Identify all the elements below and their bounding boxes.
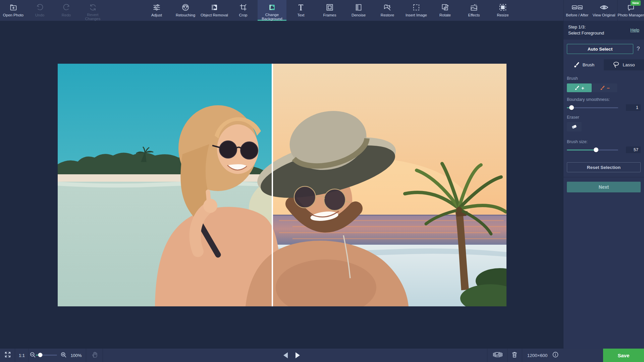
brush-section-label: Brush	[564, 76, 644, 81]
step-header: Step 1/3: Select Foreground Help	[564, 21, 644, 40]
restore-button[interactable]: Restore	[373, 0, 402, 21]
tool-label: Revert Changes	[79, 13, 106, 21]
brush-add-button[interactable]: +	[567, 83, 592, 92]
reset-selection-button[interactable]: Reset Selection	[567, 162, 641, 172]
filmstrip-icon	[493, 351, 503, 360]
brush-size-slider[interactable]	[567, 149, 618, 150]
tool-label: Redo	[62, 13, 71, 17]
tab-label: Lasso	[623, 62, 635, 67]
crop-button[interactable]: Crop	[229, 0, 258, 21]
undo-icon	[36, 3, 44, 12]
trash-icon	[511, 351, 518, 360]
brush-subtract-button[interactable]: −	[592, 83, 617, 92]
filmstrip-button[interactable]	[490, 349, 505, 362]
zoom-in-icon	[60, 352, 67, 359]
help-question-button[interactable]: ?	[637, 46, 640, 52]
actual-size-button[interactable]: 1:1	[16, 349, 28, 362]
auto-select-button[interactable]: Auto Select	[567, 44, 633, 54]
boundary-slider-knob[interactable]	[569, 105, 574, 110]
hand-icon	[91, 351, 98, 359]
boundary-smoothness-row: 1	[567, 104, 641, 111]
image-info-button[interactable]	[551, 349, 560, 362]
tool-label: Restore	[381, 13, 394, 17]
open-photo-icon	[9, 3, 18, 12]
insert-image-icon	[412, 3, 421, 12]
effects-button[interactable]: Effects	[460, 0, 488, 21]
zoom-slider-knob[interactable]	[38, 353, 42, 357]
open-photo-button[interactable]: Open Photo	[0, 0, 26, 21]
object-removal-button[interactable]: Object Removal	[200, 0, 229, 21]
tool-label: Change Background	[258, 13, 286, 21]
tool-label: Frames	[323, 13, 336, 17]
brush-size-value[interactable]: 57	[626, 146, 641, 153]
redo-button[interactable]: Redo	[53, 0, 79, 21]
retouching-button[interactable]: Retouching	[171, 0, 200, 21]
brush-size-label: Brush size:	[564, 139, 644, 144]
frames-icon	[325, 3, 334, 12]
revert-changes-icon	[89, 3, 97, 12]
status-bar: 1:1 100%	[0, 349, 644, 362]
next-button[interactable]: Next	[567, 182, 641, 192]
before-after-button[interactable]: Before / After	[564, 0, 591, 21]
photo-manager-button[interactable]: New Photo Manager	[617, 0, 644, 21]
tool-label: Denoise	[352, 13, 366, 17]
hand-tool-button[interactable]	[88, 349, 101, 362]
adjust-icon	[152, 3, 161, 12]
zoom-slider[interactable]	[36, 355, 57, 356]
insert-image-button[interactable]: Insert Image	[402, 0, 431, 21]
toolbar-file-group: Open Photo Undo Redo Revert Chang	[0, 0, 106, 21]
next-photo-button[interactable]	[293, 349, 302, 362]
boundary-smoothness-label: Boundary smoothness:	[564, 97, 644, 102]
boundary-smoothness-slider[interactable]	[567, 107, 618, 108]
brush-size-knob[interactable]	[594, 147, 598, 152]
effects-icon	[470, 3, 478, 12]
view-original-button[interactable]: View Original	[591, 0, 618, 21]
restore-icon	[383, 3, 392, 12]
rotate-button[interactable]: Rotate	[431, 0, 460, 21]
brush-mode-buttons: + −	[567, 83, 641, 92]
eraser-label: Eraser	[564, 115, 644, 120]
previous-photo-button[interactable]	[281, 349, 290, 362]
change-background-icon	[268, 3, 276, 12]
resize-icon	[498, 3, 507, 12]
help-link[interactable]: Help	[630, 27, 639, 33]
tool-label: Effects	[468, 13, 480, 17]
top-toolbar: Open Photo Undo Redo Revert Chang	[0, 0, 644, 21]
delete-photo-button[interactable]	[508, 349, 521, 362]
info-icon	[552, 351, 559, 359]
frames-button[interactable]: Frames	[315, 0, 344, 21]
tool-label: Resize	[497, 13, 508, 17]
zoom-out-button[interactable]	[29, 349, 36, 362]
retouching-icon	[181, 3, 190, 12]
tool-options-panel: Step 1/3: Select Foreground Help Auto Se…	[564, 21, 644, 349]
new-badge: New	[631, 0, 641, 6]
tab-brush[interactable]: Brush	[564, 59, 604, 70]
tool-label: Adjust	[151, 13, 162, 17]
text-button[interactable]: Text	[286, 0, 315, 21]
fullscreen-icon	[4, 351, 11, 359]
brush-icon	[573, 61, 580, 69]
denoise-button[interactable]: Denoise	[344, 0, 373, 21]
minus-sign: −	[607, 85, 610, 91]
zoom-level-value: 100%	[69, 349, 83, 362]
undo-button[interactable]: Undo	[26, 0, 53, 21]
crop-icon	[239, 3, 248, 12]
photo-manager-icon: New	[627, 3, 635, 12]
revert-changes-button[interactable]: Revert Changes	[79, 0, 106, 21]
photo-canvas[interactable]	[58, 64, 506, 306]
zoom-out-icon	[30, 352, 36, 359]
resize-button[interactable]: Resize	[488, 0, 517, 21]
zoom-in-button[interactable]	[60, 349, 67, 362]
image-dimensions: 1200×600	[525, 349, 550, 362]
eraser-button[interactable]	[567, 122, 582, 131]
before-after-icon	[572, 3, 583, 12]
tab-lasso[interactable]: Lasso	[604, 59, 644, 70]
tool-label: View Original	[593, 13, 615, 17]
adjust-button[interactable]: Adjust	[142, 0, 171, 21]
boundary-smoothness-value[interactable]: 1	[626, 104, 641, 111]
tool-label: Photo Manager	[618, 13, 644, 17]
next-arrow-icon	[296, 352, 300, 358]
change-background-button[interactable]: Change Background	[258, 0, 286, 21]
save-button[interactable]: Save	[603, 349, 644, 362]
fullscreen-button[interactable]	[3, 349, 13, 362]
